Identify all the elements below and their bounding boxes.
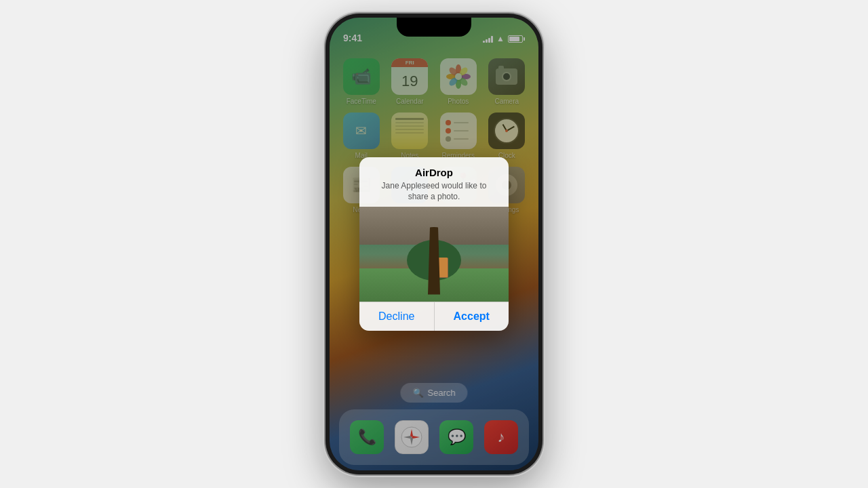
- phone-device: 9:41 ▲: [326, 14, 542, 474]
- photo-tree-foliage: [407, 240, 461, 281]
- airdrop-overlay: AirDrop Jane Appleseed would like to sha…: [330, 18, 538, 470]
- photo-grass: [359, 268, 509, 302]
- airdrop-header: AirDrop Jane Appleseed would like to sha…: [359, 157, 509, 206]
- airdrop-title: AirDrop: [370, 167, 498, 178]
- airdrop-subtitle: Jane Appleseed would like to share a pho…: [370, 181, 498, 202]
- airdrop-modal: AirDrop Jane Appleseed would like to sha…: [359, 157, 509, 330]
- photo-swing: [435, 258, 448, 278]
- airdrop-accept-button[interactable]: Accept: [435, 302, 509, 331]
- phone-screen: 9:41 ▲: [330, 18, 538, 470]
- airdrop-buttons: Decline Accept: [359, 302, 509, 331]
- airdrop-photo: [359, 207, 509, 302]
- airdrop-decline-button[interactable]: Decline: [359, 302, 435, 331]
